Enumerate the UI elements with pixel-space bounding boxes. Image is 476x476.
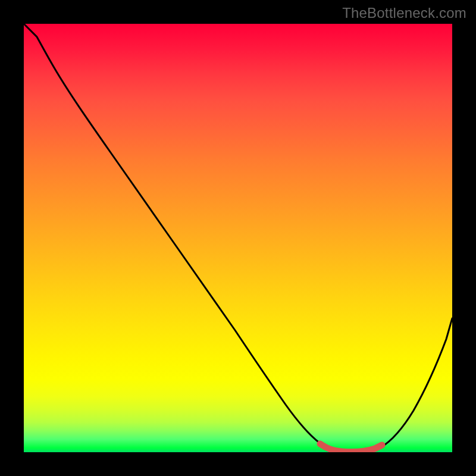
highlight-segment — [320, 444, 382, 452]
curve-overlay — [24, 24, 452, 452]
watermark-text: TheBottleneck.com — [342, 5, 466, 21]
chart-container: TheBottleneck.com — [0, 0, 476, 476]
main-curve — [24, 24, 452, 452]
plot-area — [24, 24, 452, 452]
